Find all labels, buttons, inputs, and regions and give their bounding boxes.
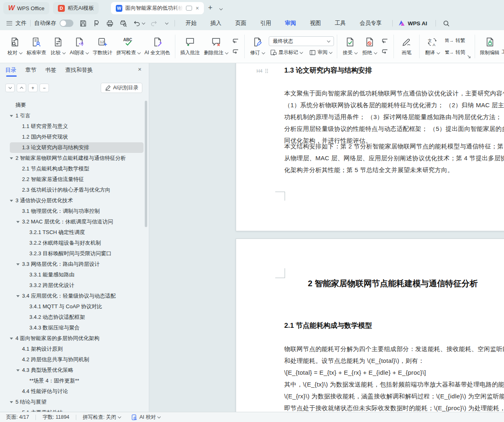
tab-wps-home[interactable]: W WPS Office bbox=[3, 2, 49, 14]
toc-item[interactable]: 2 智能家居物联网节点能耗建模与通信特征分析 bbox=[10, 153, 144, 163]
reject-revision-button[interactable]: 拒绝 bbox=[360, 35, 379, 58]
redo-icon[interactable] bbox=[150, 20, 158, 27]
ai-recognize-outline-button[interactable]: AI识别目录 bbox=[101, 83, 142, 93]
menu-item[interactable]: 会员专享 bbox=[353, 17, 389, 30]
file-menu[interactable]: 文件 bbox=[15, 20, 27, 27]
ai-proofread-status[interactable]: AI 校对 bbox=[131, 414, 160, 421]
restrict-editing-button[interactable]: 限制编辑 bbox=[478, 35, 502, 58]
print-preview-icon[interactable] bbox=[119, 20, 127, 27]
toc-item[interactable]: 5 结论与展望 bbox=[10, 397, 144, 407]
word-count-indicator[interactable]: 字数: 11894 bbox=[42, 414, 69, 421]
toc-collapse-arrow-icon[interactable] bbox=[10, 401, 15, 403]
sidebar-scrollbar-thumb[interactable] bbox=[145, 101, 147, 227]
ai-read-aloud-button[interactable]: AI朗读 bbox=[68, 35, 91, 58]
toc-item[interactable]: 3.2.3 目标唤醒时间与受限访问窗口 bbox=[10, 248, 144, 259]
toc-collapse-arrow-icon[interactable] bbox=[16, 263, 22, 265]
export-pdf-icon[interactable] bbox=[93, 20, 100, 27]
toc-item[interactable]: 3.3.1 能量感知路由 bbox=[10, 270, 144, 280]
tab-docer-templates[interactable]: D 稻壳AI模板 bbox=[53, 2, 99, 14]
toc-collapse-arrow-icon[interactable] bbox=[10, 338, 15, 340]
next-revision-icon[interactable] bbox=[380, 48, 390, 56]
next-comment-icon[interactable] bbox=[231, 48, 241, 56]
toc-item[interactable]: 摘要 bbox=[10, 100, 144, 110]
toc-item[interactable]: 3.4.1 MQTT 与 CoAP 协议对比 bbox=[10, 301, 144, 312]
accept-revision-button[interactable]: 接受 bbox=[340, 35, 360, 58]
toc-item[interactable]: 2.3 低功耗设计的核心矛盾与优化方向 bbox=[10, 185, 144, 195]
menu-item[interactable]: 审阅 bbox=[278, 17, 303, 30]
menu-item[interactable]: 工具 bbox=[328, 17, 353, 30]
drag-handle-icon[interactable] bbox=[265, 69, 266, 70]
collapse-all-button[interactable] bbox=[5, 84, 15, 92]
compare-button[interactable]: 比较 bbox=[48, 35, 68, 58]
toc-item[interactable]: 3.1 物理层优化：调制与功率控制 bbox=[10, 206, 144, 217]
toc-item[interactable]: 4.2 跨层信息共享与协同机制 bbox=[10, 354, 144, 365]
menu-item[interactable]: 页面 bbox=[228, 17, 253, 30]
previous-revision-icon[interactable] bbox=[380, 37, 390, 46]
toc-item[interactable]: 1 引言 bbox=[10, 110, 144, 121]
heading-tag-handle[interactable]: H4 bbox=[256, 68, 266, 73]
proofread-button[interactable]: 校对 bbox=[5, 35, 24, 58]
review-pane-button[interactable]: 审阅 bbox=[308, 48, 333, 57]
toc-item[interactable]: 1.2 国内外研究现状 bbox=[10, 132, 144, 142]
menu-item[interactable]: 插入 bbox=[203, 17, 228, 30]
toc-item[interactable]: 4.1 架构设计原则 bbox=[10, 344, 144, 354]
toc-item[interactable]: 4.3 典型场景优化策略 bbox=[10, 365, 144, 376]
to-simplified-button[interactable]: 繁→ 转简 bbox=[444, 48, 466, 57]
page-indicator[interactable]: 页面: 4/17 bbox=[6, 414, 29, 421]
track-changes-button[interactable]: 修订 bbox=[248, 35, 267, 58]
revision-state-select[interactable]: 最终状态 bbox=[269, 36, 334, 46]
toc-item[interactable]: 3 通信协议分层优化技术 bbox=[10, 195, 144, 206]
toc-item[interactable]: 3.4.3 数据压缩与聚合 bbox=[10, 323, 144, 333]
menu-item[interactable]: 引用 bbox=[253, 17, 278, 30]
quickbar-more-chevron-icon[interactable] bbox=[164, 22, 168, 24]
insert-comment-button[interactable]: 插入批注 bbox=[178, 35, 202, 58]
toc-collapse-arrow-icon[interactable] bbox=[16, 295, 22, 297]
spell-check-button[interactable]: ABC 拼写检查 bbox=[114, 35, 142, 58]
toc-item[interactable]: 1.1 研究背景与意义 bbox=[10, 121, 144, 132]
group-expand-icon[interactable] bbox=[467, 55, 471, 59]
ai-polish-button[interactable]: AI 全文润色 bbox=[142, 35, 172, 58]
sidebar-tab[interactable]: 目录 bbox=[5, 66, 16, 77]
toc-item[interactable]: 4.4 性能评估与讨论 bbox=[10, 386, 144, 397]
toc-item[interactable]: 3.4.2 动态协议适配框架 bbox=[10, 312, 144, 323]
wps-ai-button[interactable]: WPS AI bbox=[398, 20, 427, 27]
toc-item[interactable]: 2.1 节点能耗构成与数学模型 bbox=[10, 163, 144, 174]
clipped-ribbon-button[interactable]: 工 bbox=[502, 49, 504, 55]
zoom-in-outline-button[interactable]: + bbox=[28, 84, 38, 92]
undo-icon[interactable] bbox=[133, 20, 145, 27]
zoom-out-outline-button[interactable]: − bbox=[40, 84, 49, 92]
autosave-toggle[interactable] bbox=[60, 20, 73, 27]
toc-item[interactable]: 3.2 MAC 层优化：休眠调度与信道访问 bbox=[10, 217, 144, 227]
menu-item[interactable]: 开始 bbox=[179, 17, 203, 30]
toc-item[interactable]: 2.2 智能家居通信流量特征 bbox=[10, 174, 144, 185]
window-mode-icon[interactable] bbox=[186, 6, 192, 11]
toc-item[interactable]: 1.3 论文研究内容与结构安排 bbox=[10, 142, 144, 153]
tab-list-chevron-icon[interactable] bbox=[218, 4, 222, 13]
sidebar-close-icon[interactable]: × bbox=[138, 66, 141, 73]
menu-item[interactable]: 视图 bbox=[303, 17, 328, 30]
toc-item[interactable]: 3.4 应用层优化：轻量级协议与动态适配 bbox=[10, 291, 144, 301]
search-icon[interactable] bbox=[442, 20, 450, 27]
toc-item[interactable]: 3.3 网络层优化：路由与跨层设计 bbox=[10, 259, 144, 270]
toc-item[interactable]: 5.1 主要贡献总结 bbox=[10, 407, 144, 412]
word-count-button[interactable]: 12 字数统计 bbox=[91, 35, 114, 58]
spellcheck-status[interactable]: 拼写检查: 关闭 bbox=[83, 414, 121, 421]
show-markup-button[interactable]: 显示标记 bbox=[269, 48, 304, 57]
toc-item[interactable]: **场景 4：固件更新** bbox=[10, 376, 144, 386]
expand-all-button[interactable] bbox=[17, 84, 26, 92]
delete-comment-button[interactable]: 删除批注 bbox=[202, 35, 230, 58]
to-traditional-button[interactable]: 简→ 转繁 bbox=[444, 36, 466, 45]
standard-review-button[interactable]: 标准审查 bbox=[24, 35, 48, 58]
toc-collapse-arrow-icon[interactable] bbox=[16, 221, 22, 223]
save-icon[interactable] bbox=[79, 20, 87, 27]
close-tab-icon[interactable]: × bbox=[196, 5, 199, 11]
tab-document[interactable]: W 面向智能家居的低功耗物联网 × bbox=[111, 2, 204, 14]
toc-item[interactable]: 3.2.2 休眠终端设备与好友机制 bbox=[10, 238, 144, 248]
previous-comment-icon[interactable] bbox=[231, 37, 241, 46]
ink-brush-button[interactable]: 画笔 bbox=[397, 35, 416, 58]
toc-collapse-arrow-icon[interactable] bbox=[16, 369, 22, 371]
toc-item[interactable]: 3.2.1 TSCH 确定性调度 bbox=[10, 227, 144, 238]
new-tab-button[interactable]: + bbox=[208, 3, 212, 12]
sidebar-tab[interactable]: 章节 bbox=[25, 66, 36, 77]
print-icon[interactable] bbox=[106, 20, 114, 27]
